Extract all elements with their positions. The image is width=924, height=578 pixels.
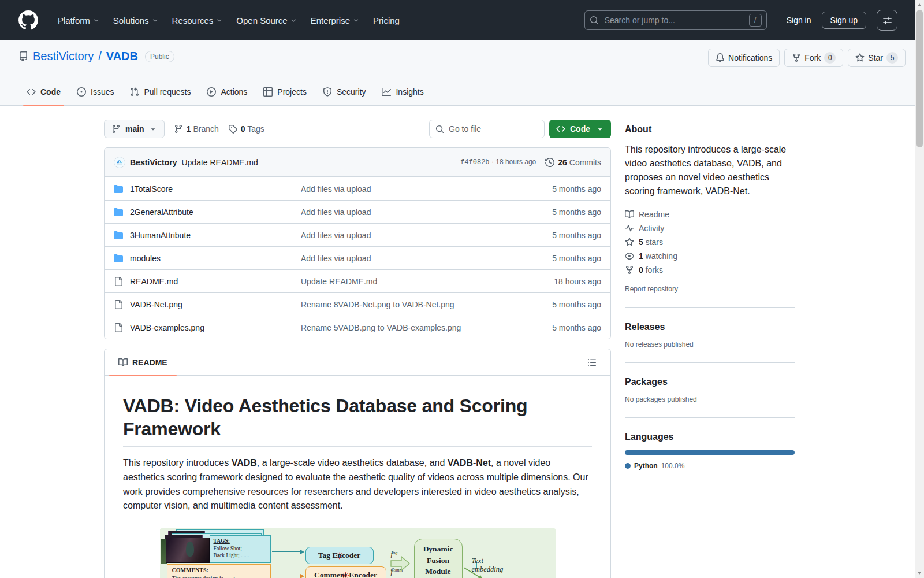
current-branch-label: main (125, 124, 144, 134)
page-scrollbar[interactable] (915, 0, 924, 578)
go-to-file-input[interactable] (448, 124, 538, 134)
language-name: Python (634, 462, 658, 470)
fork-button[interactable]: Fork 0 (784, 49, 843, 67)
language-bar[interactable] (625, 450, 795, 455)
sign-in-link[interactable]: Sign in (781, 12, 817, 28)
fork-label: Fork (804, 53, 821, 62)
readme-link[interactable]: Readme (625, 208, 795, 221)
activity-link[interactable]: Activity (625, 221, 795, 235)
report-repository-link[interactable]: Report repository (625, 285, 678, 293)
file-link[interactable]: VADB-Net.png (130, 300, 182, 309)
sign-up-button[interactable]: Sign up (822, 12, 866, 29)
table-row[interactable]: VADB-Net.png Rename 8VADB-Net.png to VAD… (105, 292, 610, 316)
file-link[interactable]: 1TotalScore (130, 184, 173, 194)
branches-link[interactable]: 1 Branch (174, 124, 219, 134)
nav-solutions-label: Solutions (113, 16, 149, 25)
file-link[interactable]: README.md (130, 277, 178, 286)
table-row[interactable]: 3HumanAttribute Add files via upload 5 m… (105, 223, 610, 246)
vadb-net-architecture-figure: TAGS: Follow Shot; Back Light; ...... CO… (160, 528, 556, 578)
file-commit-message[interactable]: Add files via upload (301, 231, 520, 240)
notifications-button[interactable]: Notifications (708, 49, 780, 67)
history-icon (545, 158, 554, 167)
star-icon (625, 238, 634, 247)
watching-link[interactable]: 1 watching (625, 249, 795, 263)
tab-code[interactable]: Code (18, 79, 69, 105)
commit-count-text: 26 Commits (558, 158, 601, 167)
forks-link[interactable]: 0 forks (625, 263, 795, 277)
commit-author-link[interactable]: BestiVictory (130, 158, 177, 167)
nav-pricing-label: Pricing (373, 16, 400, 25)
code-button-label: Code (570, 124, 590, 134)
stars-link[interactable]: 5 stars (625, 235, 795, 249)
commit-history-link[interactable]: 26 Commits (545, 158, 601, 167)
sidebar: About This repository introduces a large… (625, 120, 795, 578)
star-button[interactable]: Star 5 (848, 49, 906, 67)
file-link[interactable]: modules (130, 254, 161, 263)
nav-open-source[interactable]: Open Source (230, 11, 302, 30)
comment-encoder-box: Comment Encoder (305, 566, 386, 578)
repo-header-actions: Notifications Fork 0 Star 5 (708, 49, 906, 67)
readme-outline-button[interactable] (583, 353, 601, 372)
avatar[interactable] (114, 157, 125, 168)
commit-sha-link[interactable]: f4f082b (460, 158, 489, 166)
tab-pull-requests[interactable]: Pull requests (122, 79, 199, 105)
chevron-down-icon (216, 17, 222, 24)
file-link[interactable]: 3HumanAttribute (130, 231, 191, 240)
table-row[interactable]: 1TotalScore Add files via upload 5 month… (105, 177, 610, 200)
scrollbar-thumb[interactable] (916, 10, 923, 147)
nav-platform[interactable]: Platform (52, 11, 105, 30)
file-icon (114, 323, 123, 332)
commit-message-link[interactable]: Update README.md (181, 158, 258, 167)
scrollbar-down-arrow[interactable] (918, 572, 921, 575)
table-row[interactable]: README.md Update README.md 18 hours ago (105, 269, 610, 292)
table-row[interactable]: VADB-examples.png Rename 5VADB.png to VA… (105, 316, 610, 339)
pulse-icon (625, 224, 634, 233)
visibility-badge: Public (145, 51, 174, 62)
about-title: About (625, 124, 795, 135)
file-link[interactable]: VADB-examples.png (130, 323, 204, 332)
file-commit-message[interactable]: Add files via upload (301, 254, 520, 263)
readme-tab[interactable]: README (109, 349, 177, 376)
tab-actions[interactable]: Actions (199, 79, 255, 105)
github-logo-icon[interactable] (18, 10, 38, 30)
tab-issues[interactable]: Issues (69, 79, 122, 105)
tab-pull-requests-label: Pull requests (144, 87, 191, 97)
tab-actions-label: Actions (221, 87, 247, 97)
language-legend-python[interactable]: Python 100.0% (625, 462, 795, 470)
nav-solutions[interactable]: Solutions (107, 11, 164, 30)
repo-name-link[interactable]: VADB (106, 50, 138, 63)
table-row[interactable]: modules Add files via upload 5 months ag… (105, 246, 610, 269)
code-download-button[interactable]: Code (549, 120, 611, 138)
appearance-settings-button[interactable] (877, 10, 897, 31)
global-search-input[interactable] (603, 15, 744, 25)
go-to-file-search[interactable] (429, 120, 545, 138)
commit-sha-time: f4f082b · 18 hours ago (460, 158, 536, 166)
file-commit-message[interactable]: Add files via upload (301, 184, 520, 194)
file-commit-message[interactable]: Add files via upload (301, 208, 520, 217)
nav-open-source-label: Open Source (236, 16, 287, 25)
packages-empty-text: No packages published (625, 395, 795, 403)
tab-security[interactable]: Security (315, 79, 374, 105)
file-commit-message[interactable]: Rename 8VADB-Net.png to VADB-Net.png (301, 300, 520, 309)
latest-commit-bar: BestiVictory Update README.md f4f082b · … (105, 148, 610, 177)
file-commit-message[interactable]: Update README.md (301, 277, 520, 286)
tags-link[interactable]: 0 Tags (228, 124, 264, 134)
tab-security-label: Security (337, 87, 366, 97)
folder-icon (114, 231, 123, 240)
tab-insights[interactable]: Insights (374, 79, 431, 105)
nav-resources[interactable]: Resources (166, 11, 229, 30)
tab-projects[interactable]: Projects (255, 79, 315, 105)
dynamic-fusion-module-box: Dynamic Fusion Module (414, 539, 463, 578)
scrollbar-up-arrow[interactable] (918, 3, 921, 6)
caret-down-icon (596, 125, 604, 133)
table-row[interactable]: 2GeneralAttribute Add files via upload 5… (105, 200, 610, 223)
file-link[interactable]: 2GeneralAttribute (130, 208, 193, 217)
nav-enterprise[interactable]: Enterprise (305, 11, 365, 30)
branch-selector-button[interactable]: main (104, 120, 165, 138)
nav-pricing[interactable]: Pricing (367, 11, 405, 30)
git-branch-icon (174, 124, 183, 134)
tab-insights-label: Insights (396, 87, 423, 97)
global-search[interactable]: / (584, 10, 767, 30)
repo-owner-link[interactable]: BestiVictory (33, 50, 94, 63)
file-commit-message[interactable]: Rename 5VADB.png to VADB-examples.png (301, 323, 520, 332)
